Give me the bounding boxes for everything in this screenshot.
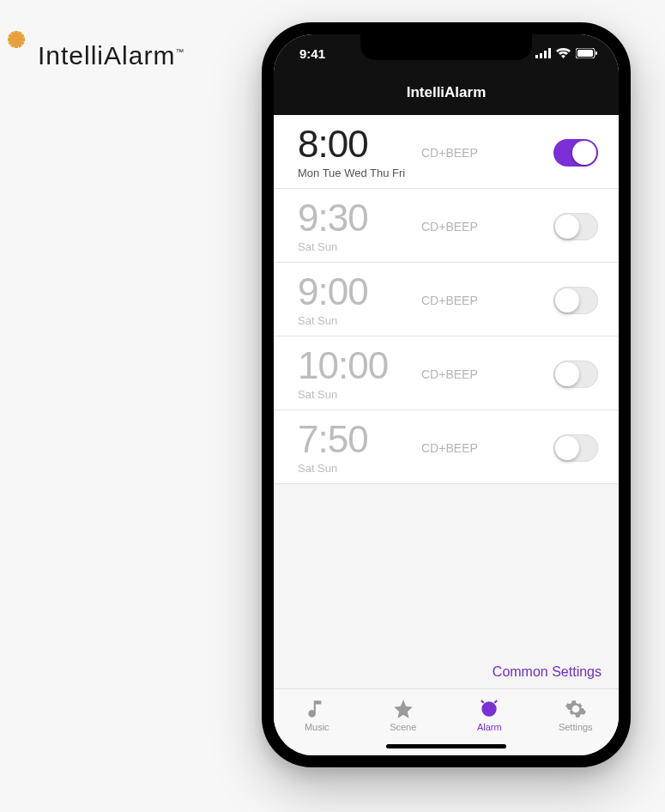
alarm-toggle[interactable] — [553, 139, 598, 167]
tab-settings[interactable]: Settings — [533, 689, 620, 740]
brand-sun-icon — [0, 39, 33, 72]
status-time: 9:41 — [299, 46, 325, 61]
brand-name: IntelliAlarm™ — [38, 41, 184, 70]
alarm-row[interactable]: 9:30 Sat Sun CD+BEEP — [274, 189, 619, 263]
alarm-days: Sat Sun — [298, 462, 418, 475]
phone-notch — [360, 34, 532, 60]
alarm-time: 8:00 — [298, 125, 418, 163]
alarm-time: 7:50 — [298, 421, 418, 458]
tab-music[interactable]: Music — [274, 689, 360, 740]
alarm-time: 10:00 — [298, 347, 418, 385]
tab-label: Scene — [390, 722, 416, 732]
alarm-row[interactable]: 8:00 Mon Tue Wed Thu Fri CD+BEEP — [274, 115, 619, 189]
alarm-sound-label: CD+BEEP — [418, 367, 553, 381]
alarm-toggle[interactable] — [553, 287, 598, 314]
alarm-time: 9:30 — [298, 199, 418, 237]
tab-alarm[interactable]: Alarm — [446, 689, 533, 740]
wifi-icon — [556, 48, 571, 58]
alarm-row[interactable]: 7:50 Sat Sun CD+BEEP — [274, 410, 619, 484]
battery-icon — [576, 48, 598, 58]
music-note-icon — [305, 698, 328, 720]
svg-rect-2 — [544, 51, 547, 58]
phone-frame: 9:41 IntelliAlarm 8:00 Mon Tue Wed Thu F… — [262, 22, 631, 767]
alarm-sound-label: CD+BEEP — [418, 220, 553, 233]
common-settings-link[interactable]: Common Settings — [274, 652, 619, 688]
alarm-days: Sat Sun — [298, 388, 418, 401]
star-icon — [392, 698, 414, 720]
svg-rect-0 — [535, 55, 538, 58]
alarm-sound-label: CD+BEEP — [418, 294, 553, 307]
svg-rect-6 — [595, 52, 597, 55]
alarm-days: Sat Sun — [298, 314, 418, 327]
tab-label: Alarm — [477, 722, 502, 732]
alarm-list[interactable]: 8:00 Mon Tue Wed Thu Fri CD+BEEP 9:30 Sa… — [274, 115, 619, 652]
alarm-sound-label: CD+BEEP — [418, 146, 553, 160]
alarm-toggle[interactable] — [553, 361, 598, 388]
app-title: IntelliAlarm — [274, 72, 619, 115]
alarm-time: 9:00 — [298, 273, 418, 311]
alarm-days: Sat Sun — [298, 240, 418, 253]
tab-label: Settings — [559, 722, 593, 732]
svg-rect-5 — [577, 50, 593, 57]
tab-scene[interactable]: Scene — [360, 689, 447, 740]
alarm-toggle[interactable] — [553, 434, 598, 462]
home-indicator[interactable] — [386, 744, 506, 748]
cellular-signal-icon — [535, 48, 551, 58]
alarm-toggle[interactable] — [553, 213, 598, 240]
gear-icon — [565, 698, 587, 720]
alarm-days: Mon Tue Wed Thu Fri — [298, 167, 418, 179]
svg-rect-3 — [548, 48, 551, 58]
tab-label: Music — [305, 722, 329, 732]
alarm-row[interactable]: 9:00 Sat Sun CD+BEEP — [274, 263, 619, 336]
alarm-clock-icon — [478, 698, 500, 720]
brand-logo: IntelliAlarm™ — [0, 39, 184, 72]
svg-rect-1 — [540, 53, 542, 58]
alarm-sound-label: CD+BEEP — [418, 441, 553, 455]
alarm-row[interactable]: 10:00 Sat Sun CD+BEEP — [274, 336, 619, 410]
